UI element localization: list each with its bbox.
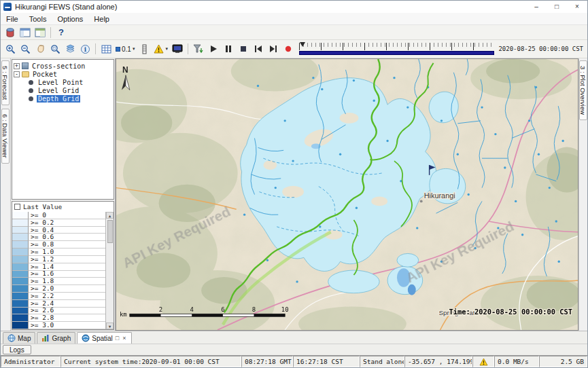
- legend-rows: >= 0>= 0.2>= 0.4>= 0.6>= 0.8>= 1.0>= 1.2…: [12, 212, 105, 329]
- title-bar: Hikurangi FEWS (Stand alone) – □ ×: [1, 1, 587, 13]
- data-viewer-panel: + Cross-section - Pocket Level Point Lev…: [11, 58, 116, 331]
- toolbar-main: ?: [1, 25, 587, 40]
- menu-help[interactable]: Help: [88, 14, 115, 24]
- tab-forecast[interactable]: 5 : Forecast: [1, 60, 10, 105]
- help-button[interactable]: ?: [54, 26, 69, 39]
- layer-bullet-icon: [29, 96, 33, 101]
- tab-graph-label: Graph: [52, 335, 71, 342]
- legend-swatch: [12, 278, 29, 285]
- legend-swatch: [12, 293, 29, 300]
- tree-item-level-grid[interactable]: Level Grid: [27, 86, 112, 94]
- maximize-button[interactable]: □: [547, 1, 567, 13]
- tab-graph[interactable]: Graph: [37, 332, 75, 344]
- zoom-extent-icon: [50, 44, 60, 54]
- legend-row[interactable]: >= 3.0: [12, 322, 105, 329]
- pan-button[interactable]: [33, 42, 48, 56]
- gauge-icon: [140, 44, 149, 54]
- pan-hand-icon: [35, 44, 46, 54]
- grid-display-button[interactable]: [99, 42, 114, 56]
- legend-row[interactable]: >= 0.8: [12, 241, 105, 249]
- tree-item-pocket[interactable]: - Pocket: [14, 70, 112, 78]
- legend-row[interactable]: >= 1.6: [12, 271, 105, 278]
- legend-row[interactable]: >= 0: [12, 212, 105, 219]
- info-button[interactable]: i: [77, 42, 92, 56]
- legend-row[interactable]: >= 0.2: [12, 219, 105, 227]
- tab-spatial[interactable]: Spatial □ ×: [77, 332, 131, 344]
- scroll-up-icon[interactable]: ▲: [106, 212, 114, 219]
- explorer-panel-icon: [20, 28, 31, 37]
- expand-closed-icon[interactable]: +: [14, 63, 20, 69]
- tab-map[interactable]: Map: [3, 332, 35, 344]
- legend-row[interactable]: >= 1.0: [12, 249, 105, 256]
- legend-row[interactable]: >= 2.0: [12, 285, 105, 293]
- tree-item-label: Pocket: [31, 71, 58, 78]
- layers-button[interactable]: [63, 42, 77, 56]
- scroll-down-icon[interactable]: ▼: [106, 323, 114, 329]
- legend-row[interactable]: >= 0.6: [12, 234, 105, 241]
- svg-text:2: 2: [159, 306, 162, 313]
- display-button[interactable]: [170, 42, 185, 56]
- legend-row[interactable]: >= 0.4: [12, 227, 105, 234]
- svg-text:8: 8: [252, 306, 256, 313]
- play-icon: [209, 45, 218, 53]
- globe-icon: [7, 334, 16, 342]
- label-hikurangi: Hikurangi: [424, 191, 455, 200]
- stop-button[interactable]: [236, 42, 251, 56]
- main-area: 5 : Forecast 6 : Data Viewer + Cross-sec…: [1, 58, 587, 331]
- panel-restore-icon[interactable]: □: [115, 335, 120, 342]
- last-value-checkbox[interactable]: [14, 204, 20, 210]
- zoom-extent-button[interactable]: [48, 42, 63, 56]
- minimize-button[interactable]: –: [526, 1, 547, 13]
- previous-step-button[interactable]: [251, 42, 266, 56]
- tab-data-viewer[interactable]: 6 : Data Viewer: [1, 109, 10, 164]
- menu-options[interactable]: Options: [52, 14, 88, 24]
- tree-item-level-point[interactable]: Level Point: [27, 78, 112, 86]
- status-system-time: Current system time:2020-09-01 00:00 CST: [60, 356, 241, 367]
- legend-row[interactable]: >= 2.6: [12, 308, 105, 315]
- menu-file[interactable]: File: [1, 14, 24, 24]
- legend-row[interactable]: >= 2.8: [12, 314, 105, 322]
- tree-item-label: Cross-section: [31, 62, 86, 70]
- legend-row[interactable]: >= 2.4: [12, 300, 105, 308]
- tree-item-depth-grid[interactable]: Depth Grid: [27, 94, 112, 103]
- interval-dropdown[interactable]: 0.1 ▾: [114, 42, 137, 56]
- explorer-panel-button[interactable]: [18, 26, 33, 39]
- map-canvas[interactable]: Hikurangi Springs Flat API Key Required …: [116, 59, 578, 330]
- play-button[interactable]: [206, 42, 221, 56]
- svg-text:4: 4: [190, 306, 193, 313]
- toolbar-map: i 0.1 ▾ ▾: [1, 40, 587, 58]
- split-view-icon: [35, 28, 46, 37]
- export-run-button[interactable]: [191, 42, 206, 56]
- tab-plot-overview[interactable]: 3 : Plot Overview: [579, 60, 587, 120]
- tree-item-cross-section[interactable]: + Cross-section: [14, 62, 112, 70]
- data-tree[interactable]: + Cross-section - Pocket Level Point Lev…: [12, 59, 114, 200]
- zoom-in-button[interactable]: [3, 42, 18, 56]
- tree-item-label: Level Grid: [37, 87, 80, 94]
- menu-tools[interactable]: Tools: [24, 14, 52, 24]
- logs-button[interactable]: Logs: [3, 345, 31, 354]
- legend-scrollbar[interactable]: ▲ ▼: [105, 212, 114, 329]
- warnings-dropdown[interactable]: ▾: [152, 42, 170, 56]
- pause-button[interactable]: [221, 42, 236, 56]
- svg-text:6: 6: [221, 306, 224, 313]
- split-view-button[interactable]: [33, 26, 48, 39]
- legend-row[interactable]: >= 1.2: [12, 256, 105, 263]
- map-panel[interactable]: Hikurangi Springs Flat API Key Required …: [116, 58, 578, 331]
- close-button[interactable]: ×: [567, 1, 587, 13]
- bottom-tab-bar: Map Graph Spatial □ ×: [1, 331, 587, 344]
- timeline-slider[interactable]: [299, 42, 494, 56]
- expand-open-icon[interactable]: -: [14, 71, 20, 77]
- timeline-handle-icon[interactable]: [300, 42, 305, 47]
- panel-close-icon[interactable]: ×: [122, 335, 126, 342]
- legend-row[interactable]: >= 1.8: [12, 278, 105, 285]
- scroll-thumb[interactable]: [107, 220, 113, 243]
- left-tab-strip: 5 : Forecast 6 : Data Viewer: [1, 58, 11, 331]
- legend-row[interactable]: >= 2.2: [12, 293, 105, 300]
- zoom-out-button[interactable]: [18, 42, 33, 56]
- next-step-button[interactable]: [266, 42, 281, 56]
- status-warning[interactable]: [472, 356, 494, 367]
- legend-row[interactable]: >= 1.4: [12, 263, 105, 271]
- scale-gauge-button[interactable]: [137, 42, 152, 56]
- database-button[interactable]: [3, 26, 18, 39]
- record-button[interactable]: [281, 42, 296, 56]
